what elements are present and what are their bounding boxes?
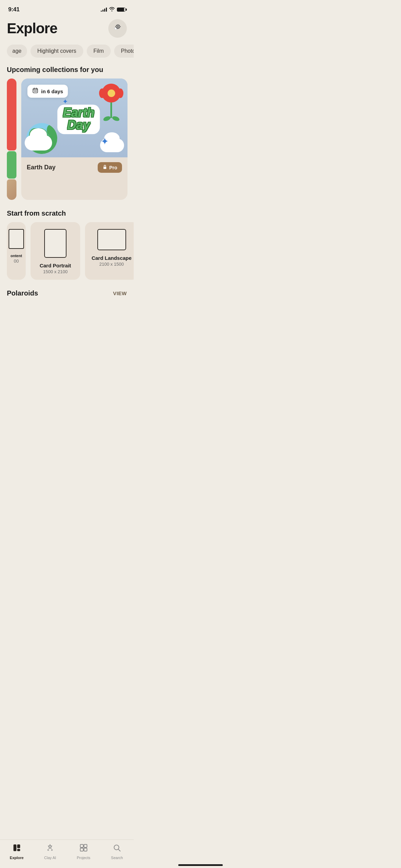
settings-button[interactable]	[108, 19, 127, 38]
card-name: Earth Day	[27, 164, 56, 171]
polaroids-title: Polaroids	[7, 289, 38, 297]
card-image: Earth Day ✦ ✦	[21, 79, 127, 157]
scratch-landscape-label: Card Landscape	[92, 255, 132, 261]
filter-chip-film[interactable]: Film	[87, 45, 111, 58]
wifi-icon	[109, 7, 115, 12]
flower-icon	[102, 84, 121, 121]
battery-icon	[117, 8, 125, 12]
earth-day-scene: Earth Day ✦ ✦	[21, 79, 127, 157]
view-link[interactable]: VIEW	[113, 290, 127, 296]
scratch-content-label: ontent	[11, 254, 22, 258]
date-badge-text: in 6 days	[41, 88, 63, 94]
filter-chip-photography[interactable]: Photography	[114, 45, 134, 58]
page-title: Explore	[7, 20, 57, 37]
pro-label: Pro	[109, 165, 117, 170]
svg-rect-9	[35, 91, 36, 92]
scratch-portrait-size: 1500 x 2100	[40, 269, 71, 274]
sparkle-icon-2: ✦	[101, 136, 109, 147]
signal-icon	[101, 8, 107, 12]
scratch-section-title: Start from scratch	[0, 207, 134, 222]
sparkle-icon-1: ✦	[62, 97, 68, 106]
svg-rect-8	[34, 91, 35, 92]
prev-strip-green	[7, 151, 16, 179]
svg-point-3	[117, 26, 119, 27]
filter-chip-age[interactable]: age	[7, 45, 27, 58]
scratch-scroll: ontent 00 Card Portrait 1500 x 2100 Card…	[0, 222, 134, 287]
status-icons	[101, 7, 125, 12]
upcoming-section-title: Upcoming collections for you	[0, 63, 134, 79]
landscape-icon	[97, 229, 126, 250]
collection-card-earth-day[interactable]: Earth Day ✦ ✦	[21, 79, 127, 200]
scratch-card-landscape[interactable]: Card Landscape 2100 x 1500	[85, 222, 134, 280]
svg-rect-11	[104, 167, 106, 169]
filter-chip-highlight-covers[interactable]: Highlight covers	[31, 45, 83, 58]
prev-strip-red	[7, 79, 16, 150]
collections-scroll: Earth Day ✦ ✦	[0, 79, 134, 207]
status-time: 9:41	[8, 6, 20, 13]
polaroids-section-header: Polaroids VIEW	[0, 287, 134, 299]
svg-rect-10	[36, 91, 37, 92]
collection-card-previous	[7, 79, 16, 200]
filter-chips: age Highlight covers Film Photography	[0, 43, 134, 63]
pro-badge: Pro	[98, 162, 122, 173]
cloud-left-icon	[25, 135, 52, 150]
svg-rect-4	[33, 88, 38, 93]
calendar-icon	[32, 87, 38, 95]
gear-icon	[113, 24, 122, 34]
scratch-portrait-label: Card Portrait	[40, 263, 71, 268]
date-badge: in 6 days	[27, 85, 68, 98]
header: Explore	[0, 16, 134, 43]
portrait-icon	[44, 229, 66, 258]
status-bar: 9:41	[0, 0, 134, 16]
scratch-landscape-size: 2100 x 1500	[92, 262, 132, 267]
scratch-card-portrait[interactable]: Card Portrait 1500 x 2100	[31, 222, 80, 280]
scratch-card-content[interactable]: ontent 00	[7, 222, 26, 280]
scratch-content-size: 00	[11, 258, 22, 264]
card-footer: Earth Day Pro	[21, 157, 127, 178]
prev-strip-tan	[7, 179, 16, 200]
lock-icon	[102, 165, 107, 170]
earth-day-text: Earth Day	[57, 105, 100, 134]
